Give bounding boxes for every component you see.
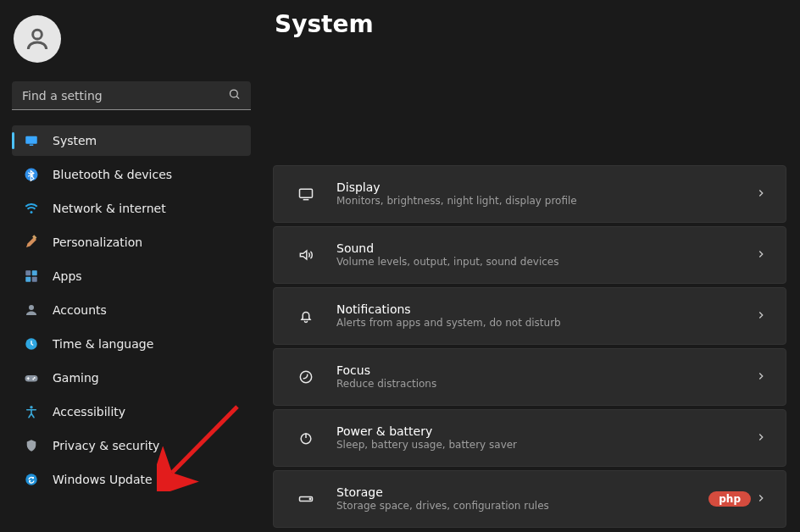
search-icon bbox=[228, 88, 241, 104]
main-panel: System DisplayMonitors, brightness, nigh… bbox=[263, 0, 800, 532]
svg-rect-10 bbox=[25, 277, 31, 282]
system-icon bbox=[24, 133, 39, 148]
svg-point-6 bbox=[31, 211, 33, 213]
time-icon bbox=[24, 336, 39, 352]
storage-icon bbox=[289, 490, 323, 507]
svg-point-17 bbox=[30, 406, 32, 408]
sidebar-item-label: Personalization bbox=[53, 236, 242, 249]
sidebar-item-accounts[interactable]: Accounts bbox=[12, 295, 251, 325]
sidebar-item-personalization[interactable]: Personalization bbox=[12, 227, 251, 258]
sidebar-item-accessibility[interactable]: Accessibility bbox=[12, 396, 251, 427]
svg-point-21 bbox=[300, 371, 311, 382]
gaming-icon bbox=[24, 370, 39, 385]
sidebar: SystemBluetooth & devicesNetwork & inter… bbox=[0, 0, 263, 532]
svg-point-25 bbox=[309, 498, 310, 499]
chevron-right-icon bbox=[755, 430, 767, 446]
sidebar-item-label: Time & language bbox=[53, 337, 242, 351]
svg-rect-3 bbox=[25, 136, 37, 144]
card-subtitle: Reduce distractions bbox=[336, 378, 755, 391]
accessibility-icon bbox=[24, 404, 39, 419]
watermark-badge: php bbox=[708, 491, 751, 507]
svg-rect-8 bbox=[25, 270, 31, 275]
sidebar-item-label: Accessibility bbox=[53, 405, 242, 418]
svg-rect-4 bbox=[30, 145, 34, 147]
card-subtitle: Storage space, drives, configuration rul… bbox=[336, 500, 755, 513]
settings-card-focus[interactable]: FocusReduce distractions bbox=[273, 348, 786, 406]
bluetooth-icon bbox=[24, 167, 39, 182]
card-subtitle: Monitors, brightness, night light, displ… bbox=[336, 195, 755, 208]
settings-card-list: DisplayMonitors, brightness, night light… bbox=[273, 165, 786, 528]
profile-area[interactable] bbox=[12, 10, 251, 78]
settings-card-notifications[interactable]: NotificationsAlerts from apps and system… bbox=[273, 287, 786, 345]
svg-rect-9 bbox=[32, 270, 37, 275]
sidebar-item-label: Bluetooth & devices bbox=[53, 168, 242, 181]
user-icon bbox=[24, 25, 51, 53]
sidebar-item-system[interactable]: System bbox=[12, 125, 251, 156]
sidebar-item-label: Gaming bbox=[53, 371, 242, 385]
svg-point-1 bbox=[231, 90, 238, 97]
sidebar-item-gaming[interactable]: Gaming bbox=[12, 363, 251, 393]
notifications-icon bbox=[289, 308, 323, 324]
card-subtitle: Volume levels, output, input, sound devi… bbox=[336, 256, 755, 269]
sidebar-item-apps[interactable]: Apps bbox=[12, 261, 251, 291]
card-title: Storage bbox=[336, 485, 755, 500]
svg-point-0 bbox=[33, 30, 42, 39]
sidebar-item-label: Apps bbox=[53, 269, 242, 283]
chevron-right-icon bbox=[755, 308, 767, 324]
sidebar-item-label: Accounts bbox=[53, 303, 242, 317]
nav-list: SystemBluetooth & devicesNetwork & inter… bbox=[12, 125, 251, 495]
chevron-right-icon bbox=[755, 247, 767, 263]
accounts-icon bbox=[24, 302, 39, 318]
sidebar-item-time[interactable]: Time & language bbox=[12, 329, 251, 359]
chevron-right-icon bbox=[755, 186, 767, 202]
chevron-right-icon bbox=[755, 369, 767, 385]
sidebar-item-network[interactable]: Network & internet bbox=[12, 193, 251, 224]
network-icon bbox=[24, 201, 39, 216]
card-title: Power & battery bbox=[336, 424, 755, 439]
card-title: Sound bbox=[336, 241, 755, 256]
sidebar-item-bluetooth[interactable]: Bluetooth & devices bbox=[12, 159, 251, 190]
svg-point-15 bbox=[34, 377, 36, 379]
sidebar-item-privacy[interactable]: Privacy & security bbox=[12, 430, 251, 461]
display-icon bbox=[289, 186, 323, 202]
settings-card-sound[interactable]: SoundVolume levels, output, input, sound… bbox=[273, 226, 786, 284]
card-subtitle: Alerts from apps and system, do not dist… bbox=[336, 317, 755, 330]
card-title: Display bbox=[336, 180, 755, 195]
search-input[interactable] bbox=[12, 81, 251, 110]
sidebar-item-label: Windows Update bbox=[53, 473, 242, 486]
svg-line-2 bbox=[236, 97, 239, 99]
chevron-right-icon bbox=[755, 491, 767, 507]
sound-icon bbox=[289, 247, 323, 263]
card-title: Notifications bbox=[336, 302, 755, 317]
card-title: Focus bbox=[336, 363, 755, 378]
sidebar-item-label: Network & internet bbox=[53, 202, 242, 215]
privacy-icon bbox=[24, 438, 39, 453]
svg-rect-11 bbox=[32, 277, 37, 282]
power-icon bbox=[289, 429, 323, 446]
update-icon bbox=[24, 472, 39, 487]
apps-icon bbox=[24, 269, 39, 284]
page-title: System bbox=[275, 10, 786, 38]
card-subtitle: Sleep, battery usage, battery saver bbox=[336, 439, 755, 452]
settings-card-display[interactable]: DisplayMonitors, brightness, night light… bbox=[273, 165, 786, 223]
svg-rect-19 bbox=[300, 189, 313, 197]
search-box[interactable] bbox=[12, 81, 251, 110]
sidebar-item-label: Privacy & security bbox=[53, 439, 242, 452]
personalization-icon bbox=[24, 235, 39, 250]
sidebar-item-label: System bbox=[53, 134, 242, 147]
avatar bbox=[14, 15, 61, 63]
sidebar-item-update[interactable]: Windows Update bbox=[12, 464, 251, 495]
focus-icon bbox=[289, 369, 323, 385]
settings-card-power[interactable]: Power & batterySleep, battery usage, bat… bbox=[273, 409, 786, 467]
svg-point-16 bbox=[32, 379, 34, 380]
svg-point-12 bbox=[29, 305, 34, 310]
